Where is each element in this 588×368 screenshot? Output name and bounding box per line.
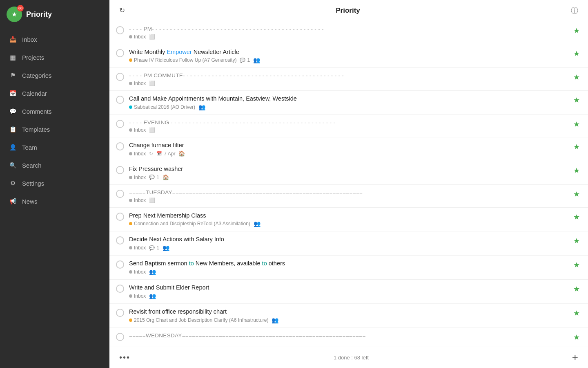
star-button[interactable]: ★ <box>573 213 580 222</box>
task-list: - - - - PM- - - - - - - - - - - - - - - … <box>109 21 588 347</box>
more-options-button[interactable]: ••• <box>119 353 130 362</box>
task-title: Call and Make Appointments with Mountain… <box>129 95 568 103</box>
app-title: Priority <box>26 10 52 19</box>
star-button[interactable]: ★ <box>573 73 580 82</box>
sidebar-item-projects[interactable]: Projects <box>0 48 109 66</box>
meta-person: 👥 <box>149 269 156 275</box>
project-label: Sabbatical 2016 (AO Driver) <box>134 104 195 110</box>
sidebar-header: ★ 68 Priority <box>0 0 109 29</box>
task-meta: Inbox ⬜ <box>129 81 568 86</box>
star-button[interactable]: ★ <box>573 49 580 58</box>
dot-icon <box>129 152 132 155</box>
star-button[interactable]: ★ <box>573 333 580 342</box>
task-row: Fix Pressure washer Inbox 💬 1 🏠 ★ <box>109 161 588 185</box>
star-button[interactable]: ★ <box>573 96 580 105</box>
task-checkbox[interactable] <box>116 96 124 104</box>
star-button[interactable]: ★ <box>573 236 580 245</box>
comment-count: 1 <box>156 245 159 251</box>
task-checkbox[interactable] <box>116 120 124 128</box>
task-title: Prep Next Membership Class <box>129 212 568 220</box>
sidebar-item-inbox[interactable]: Inbox <box>0 30 109 48</box>
refresh-icon[interactable]: ↻ <box>119 6 125 15</box>
person-icon: 👥 <box>198 104 205 110</box>
person-icon: 👥 <box>149 293 156 299</box>
task-content: Fix Pressure washer Inbox 💬 1 🏠 <box>129 165 568 180</box>
task-checkbox[interactable] <box>116 213 124 221</box>
inbox-label: Inbox <box>134 245 146 251</box>
sidebar-item-settings[interactable]: Settings <box>0 174 109 192</box>
task-checkbox[interactable] <box>116 260 124 269</box>
task-checkbox[interactable] <box>116 166 124 174</box>
meta-refresh: ↻ <box>149 151 153 157</box>
task-row: - - - - EVENING - - - - - - - - - - - - … <box>109 115 588 138</box>
task-checkbox[interactable] <box>116 26 124 34</box>
dot-icon <box>129 105 132 109</box>
task-title: Change furnace filter <box>129 141 568 149</box>
meta-inbox: Inbox <box>129 269 146 275</box>
star-button[interactable]: ★ <box>573 190 580 199</box>
task-checkbox[interactable] <box>116 190 124 198</box>
sidebar-item-categories[interactable]: Categories <box>0 66 109 84</box>
task-title: Decide Next Actions with Salary Info <box>129 236 568 243</box>
star-button[interactable]: ★ <box>573 260 580 269</box>
star-button[interactable]: ★ <box>573 166 580 175</box>
task-checkbox[interactable] <box>116 236 124 245</box>
task-row: Revisit front office responsibility char… <box>109 304 588 328</box>
meta-date: 📅 7 Apr <box>156 151 175 157</box>
sidebar-item-calendar[interactable]: Calendar <box>0 84 109 102</box>
sidebar-item-label: Inbox <box>22 36 37 43</box>
task-checkbox[interactable] <box>116 73 124 81</box>
task-checkbox[interactable] <box>116 333 124 341</box>
task-checkbox[interactable] <box>116 49 124 57</box>
house-icon: 🏠 <box>163 174 169 180</box>
star-button[interactable]: ★ <box>573 120 580 129</box>
date-label: 7 Apr <box>164 151 175 157</box>
sidebar-item-label: Team <box>22 144 37 151</box>
task-content: - - - - EVENING - - - - - - - - - - - - … <box>129 119 568 133</box>
task-meta: Inbox ⬜ <box>129 127 568 133</box>
task-title: Write Monthly Empower Newsletter Article <box>129 48 568 56</box>
task-content: Write and Submit Elder Report Inbox 👥 <box>129 284 568 299</box>
task-content: - - - - PM- - - - - - - - - - - - - - - … <box>129 25 568 40</box>
task-checkbox[interactable] <box>116 309 124 317</box>
sidebar-item-label: Settings <box>22 180 44 187</box>
meta-house: 🏠 <box>178 150 185 157</box>
task-content: Prep Next Membership Class Connection an… <box>129 212 568 227</box>
task-content: Decide Next Actions with Salary Info Inb… <box>129 236 568 251</box>
info-icon[interactable]: ⓘ <box>571 6 578 16</box>
meta-monitor: ⬜ <box>149 34 155 40</box>
inbox-label: Inbox <box>134 269 146 275</box>
task-row: Call and Make Appointments with Mountain… <box>109 91 588 115</box>
dot-icon <box>129 199 132 202</box>
dot-icon <box>129 82 132 85</box>
person-icon: 👥 <box>272 317 278 323</box>
sidebar-item-comments[interactable]: Comments <box>0 102 109 120</box>
project-label: 2015 Org Chart and Job Description Clari… <box>134 317 268 323</box>
task-row: Decide Next Actions with Salary Info Inb… <box>109 231 588 256</box>
sidebar-item-templates[interactable]: Templates <box>0 120 109 138</box>
meta-inbox: Inbox <box>129 34 146 40</box>
meta-inbox: Inbox <box>129 197 146 203</box>
task-content: Revisit front office responsibility char… <box>129 308 568 323</box>
star-button[interactable]: ★ <box>573 26 580 35</box>
task-row: Write and Submit Elder Report Inbox 👥 ★ <box>109 280 588 304</box>
avatar[interactable]: ★ 68 <box>7 7 22 22</box>
meta-comment: 💬 1 <box>149 245 159 251</box>
sidebar-item-search[interactable]: Search <box>0 156 109 174</box>
categories-icon <box>8 71 17 80</box>
star-button[interactable]: ★ <box>573 142 580 151</box>
task-meta: Inbox 💬 1 👥 <box>129 245 568 251</box>
sidebar-item-news[interactable]: News <box>0 192 109 210</box>
add-task-button[interactable]: + <box>572 351 578 364</box>
dot-icon <box>129 176 132 179</box>
task-checkbox[interactable] <box>116 285 124 293</box>
inbox-label: Inbox <box>134 127 146 133</box>
sidebar-item-team[interactable]: Team <box>0 138 109 156</box>
search-icon <box>8 161 17 170</box>
person-icon: 👥 <box>163 245 169 251</box>
person-icon: 👥 <box>149 269 156 275</box>
star-button[interactable]: ★ <box>573 285 580 294</box>
star-button[interactable]: ★ <box>573 309 580 318</box>
task-checkbox[interactable] <box>116 142 124 150</box>
team-icon <box>8 143 17 152</box>
